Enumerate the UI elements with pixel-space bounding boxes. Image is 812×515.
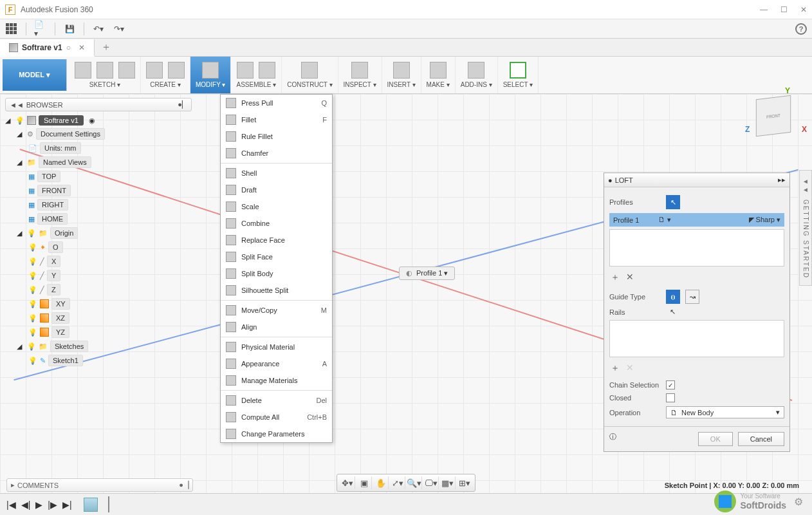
menu-item-fillet[interactable]: FilletF [221, 111, 332, 128]
ribbon-insert[interactable]: INSERT ▾ [382, 57, 421, 93]
ribbon-assemble[interactable]: ASSEMBLE ▾ [231, 57, 282, 93]
guide-type-centerline-button[interactable]: ↝ [685, 290, 699, 304]
workspace-switcher[interactable]: MODEL ▾ [3, 59, 67, 91]
tree-sketches[interactable]: ◢💡📁 Sketches [5, 339, 192, 353]
add-rail-button[interactable]: ＋ [611, 362, 620, 374]
document-tab[interactable]: Softrare v1 ○ ✕ [0, 39, 95, 57]
timeline-step-fwd-button[interactable]: |▶ [48, 500, 57, 510]
tree-origin-o[interactable]: 💡✦O [5, 240, 192, 254]
info-icon[interactable]: ⓘ [609, 432, 616, 446]
grid-display-icon[interactable]: ▦▾ [440, 476, 456, 489]
display-icon[interactable]: 🖵▾ [423, 476, 439, 489]
tree-origin-y[interactable]: 💡╱Y [5, 268, 192, 283]
menu-item-press-pull[interactable]: Press PullQ [221, 95, 332, 111]
close-button[interactable]: ✕ [800, 5, 807, 14]
view-cube[interactable]: Y X Z FRONT [754, 97, 799, 142]
minimize-button[interactable]: — [760, 5, 768, 14]
menu-item-change-parameters[interactable]: Change Parameters [221, 426, 332, 442]
menu-item-manage-materials[interactable]: Manage Materials [221, 372, 332, 389]
timeline-play-button[interactable]: ▶ [35, 500, 42, 510]
menu-item-draft[interactable]: Draft [221, 182, 332, 198]
menu-item-replace-face[interactable]: Replace Face [221, 232, 332, 248]
app-toolbar: 📄▾ 💾 ↶▾ ↷▾ ? [0, 19, 812, 39]
menu-item-split-body[interactable]: Split Body [221, 265, 332, 282]
remove-profile-button[interactable]: ✕ [626, 272, 634, 283]
menu-item-silhouette-split[interactable]: Silhouette Split [221, 282, 332, 299]
tree-view-front[interactable]: ▦FRONT [5, 183, 192, 198]
undo-icon[interactable]: ↶▾ [92, 23, 105, 35]
menu-item-compute-all[interactable]: Compute AllCtrl+B [221, 409, 332, 426]
fit-icon[interactable]: 🔍▾ [407, 476, 422, 489]
ribbon-addins[interactable]: ADD-INS ▾ [456, 57, 498, 93]
tree-named-views[interactable]: ◢📁 Named Views [5, 155, 192, 169]
remove-rail-button[interactable]: ✕ [626, 362, 634, 374]
help-icon[interactable]: ? [795, 23, 807, 35]
redo-icon[interactable]: ↷▾ [113, 23, 125, 35]
ribbon-create[interactable]: CREATE ▾ [141, 57, 190, 93]
menu-item-physical-material[interactable]: Physical Material [221, 339, 332, 355]
maximize-button[interactable]: ☐ [780, 5, 788, 14]
operation-select[interactable]: 🗋New Body▾ [666, 406, 784, 418]
menu-item-scale[interactable]: Scale [221, 198, 332, 215]
menu-item-combine[interactable]: Combine [221, 215, 332, 232]
save-icon[interactable]: 💾 [63, 23, 76, 35]
ribbon-select[interactable]: SELECT ▾ [498, 57, 539, 93]
comments-bar[interactable]: ▸COMMENTS ●▕ [6, 478, 193, 492]
chain-selection-checkbox[interactable]: ✓ [666, 380, 675, 389]
tab-close-icon[interactable]: ✕ [78, 43, 85, 52]
timeline-end-button[interactable]: ▶| [62, 500, 72, 510]
getting-started-tab[interactable]: ◄◄ GETTING STARTED [799, 170, 812, 286]
menu-item-shell[interactable]: Shell [221, 165, 332, 182]
menu-item-move-copy[interactable]: Move/CopyM [221, 302, 332, 319]
cancel-button[interactable]: Cancel [738, 432, 784, 446]
profile-tag-close-icon[interactable]: ◐ [406, 269, 412, 277]
tree-view-home[interactable]: ▦HOME [5, 212, 192, 226]
menu-item-align[interactable]: Align [221, 319, 332, 335]
viewport-layout-icon[interactable]: ⊞▾ [457, 476, 472, 489]
closed-checkbox[interactable] [666, 393, 675, 402]
menu-item-chamfer[interactable]: Chamfer [221, 145, 332, 162]
tree-origin[interactable]: ◢💡📁 Origin [5, 226, 192, 240]
tree-origin-yz[interactable]: 💡YZ [5, 325, 192, 339]
timeline-step-back-button[interactable]: ◀| [21, 500, 31, 510]
menu-item-appearance[interactable]: AppearanceA [221, 355, 332, 372]
pan-icon[interactable]: ✋ [373, 476, 389, 489]
select-profiles-button[interactable]: ↖ [666, 195, 680, 209]
tree-doc-settings[interactable]: ◢⚙ Document Settings [5, 127, 192, 141]
browser-header[interactable]: ◄◄ BROWSER ●▏ [5, 98, 192, 111]
window-controls: — ☐ ✕ [760, 5, 807, 14]
tree-origin-x[interactable]: 💡╱X [5, 254, 192, 268]
tree-sketch1[interactable]: 💡✎Sketch1 [5, 353, 192, 368]
menu-item-split-face[interactable]: Split Face [221, 248, 332, 265]
new-tab-button[interactable]: ＋ [95, 41, 118, 54]
tree-origin-z[interactable]: 💡╱Z [5, 283, 192, 297]
menu-item-rule-fillet[interactable]: Rule Fillet [221, 128, 332, 145]
app-icon: F [5, 5, 15, 15]
settings-gear-icon[interactable]: ⚙ [794, 496, 803, 508]
grid-menu-icon[interactable] [5, 23, 18, 35]
menu-item-delete[interactable]: DeleteDel [221, 392, 332, 409]
ribbon-construct[interactable]: CONSTRUCT ▾ [282, 57, 338, 93]
zoom-icon[interactable]: ⤢▾ [390, 476, 405, 489]
look-at-icon[interactable]: ▣ [356, 476, 372, 489]
file-icon[interactable]: 📄▾ [34, 23, 47, 35]
ribbon-sketch[interactable]: SKETCH ▾ [69, 57, 141, 93]
guide-type-rails-button[interactable]: ⟬⟭ [666, 290, 680, 304]
tree-origin-xy[interactable]: 💡XY [5, 297, 192, 311]
tree-root[interactable]: ◢💡 Softrare v1 ◉ [5, 114, 192, 127]
loft-profile-item[interactable]: Profile 1 🗋 ▾ ◤ Sharp ▾ [609, 213, 784, 227]
timeline-feature[interactable] [84, 498, 98, 512]
tree-view-right[interactable]: ▦RIGHT [5, 198, 192, 212]
tree-units[interactable]: 📄Units: mm [5, 141, 192, 155]
ribbon-modify[interactable]: MODIFY ▾ [190, 57, 231, 93]
timeline-start-button[interactable]: |◀ [6, 500, 16, 510]
ribbon-make[interactable]: MAKE ▾ [421, 57, 456, 93]
add-profile-button[interactable]: ＋ [611, 272, 620, 283]
orbit-icon[interactable]: ✥▾ [340, 476, 355, 489]
loft-header[interactable]: ●LOFT ▸▸ [604, 173, 789, 187]
ok-button[interactable]: OK [698, 432, 733, 446]
tree-origin-xz[interactable]: 💡XZ [5, 311, 192, 325]
tree-view-top[interactable]: ▦TOP [5, 169, 192, 183]
profile-tag[interactable]: ◐ Profile 1 ▾ [399, 267, 455, 280]
ribbon-inspect[interactable]: INSPECT ▾ [338, 57, 382, 93]
